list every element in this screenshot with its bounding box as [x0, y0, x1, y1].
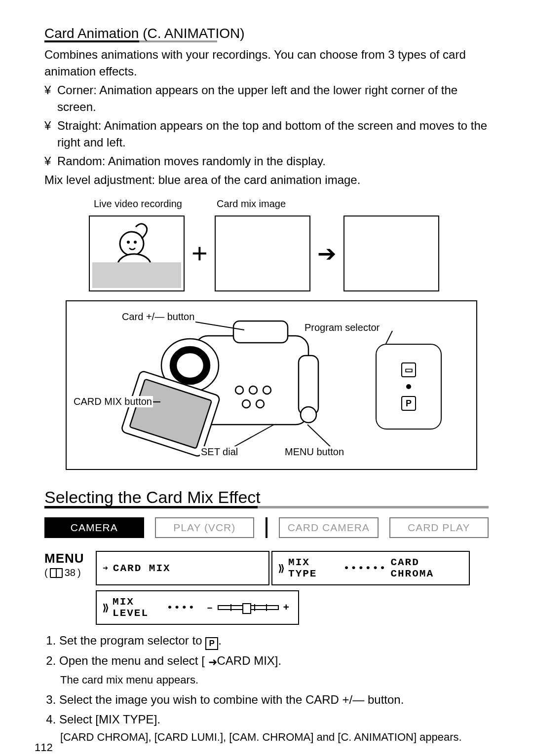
menu-box-mix-level-label: MIX LEVEL — [113, 596, 163, 619]
step-2-sub: The card mix menu appears. — [60, 671, 489, 689]
arrow-right-icon: ➜ — [208, 653, 217, 671]
selector-p-icon: P — [401, 396, 416, 411]
section-heading-select-effect: Selecting the Card Mix Effect — [44, 488, 489, 508]
step-4: Select [MIX TYPE]. [CARD CHROMA], [CARD … — [59, 711, 489, 746]
step-1-text-after: . — [218, 634, 222, 647]
step-1: Set the program selector to P. — [59, 632, 489, 650]
menu-block: MENU ( 38) ➜ CARD MIX ⟫ MIX TYPE •••••• … — [44, 551, 489, 625]
svg-line-21 — [229, 425, 274, 449]
tab-play-vcr: PLAY (VCR) — [155, 517, 255, 538]
mix-illustration-row: + ➔ — [89, 216, 489, 291]
p-mode-icon: P — [205, 637, 218, 650]
svg-rect-9 — [233, 321, 288, 343]
step-4-text: Select [MIX TYPE]. — [59, 713, 160, 726]
chevron-right-double-icon: ⟫ — [103, 602, 108, 614]
bullet-random: Random: Animation moves randomly in the … — [44, 153, 489, 170]
label-live-video: Live video recording — [94, 198, 182, 210]
mode-tabs: CAMERA PLAY (VCR) CARD CAMERA CARD PLAY — [44, 517, 489, 538]
mix-level-note: Mix level adjustment: blue area of the c… — [44, 172, 489, 188]
heading-text: Selecting the Card Mix Effect — [44, 488, 275, 507]
book-icon — [50, 568, 63, 578]
section-heading-card-animation: Card Animation (C. ANIMATION) — [44, 26, 489, 42]
menu-box-card-mix-label: CARD MIX — [113, 563, 171, 574]
menu-box-mix-type-label: MIX TYPE — [288, 557, 340, 579]
step-2-text-after: CARD MIX]. — [217, 654, 282, 667]
label-program-selector: Program selector — [304, 322, 381, 333]
camcorder-diagram: Card +/— button CARD MIX button SET dial… — [66, 300, 477, 470]
tile-card-mix-image — [215, 216, 310, 291]
menu-box-mix-type-dots: •••••• — [343, 563, 387, 574]
menu-title: MENU — [44, 551, 89, 566]
intro-paragraph: Combines animations with your recordings… — [44, 46, 489, 80]
svg-point-16 — [256, 400, 264, 408]
svg-rect-17 — [299, 356, 318, 415]
mix-level-slider-icon — [218, 605, 279, 610]
svg-point-15 — [242, 400, 250, 408]
menu-box-mix-level-dots: •••• — [167, 602, 195, 613]
tile-live-video — [89, 216, 185, 291]
selector-dot-icon — [406, 384, 411, 389]
tile-result — [343, 216, 439, 291]
arrow-right-icon: ➜ — [103, 563, 109, 574]
menu-box-mix-type: ⟫ MIX TYPE •••••• CARD CHROMA — [271, 551, 470, 585]
svg-point-8 — [176, 353, 204, 378]
label-set-dial: SET dial — [200, 446, 239, 458]
svg-line-22 — [307, 425, 333, 449]
step-3-text: Select the image you wish to combine wit… — [59, 693, 404, 706]
bullet-corner: Corner: Animation appears on the upper l… — [44, 82, 489, 115]
svg-point-14 — [263, 386, 271, 394]
label-menu-button: MENU button — [284, 446, 345, 458]
label-card-plus-minus-button: Card +/— button — [121, 311, 195, 323]
page-number: 112 — [35, 741, 53, 754]
menu-left-column: MENU ( 38) — [44, 551, 89, 578]
menu-boxes-column: ➜ CARD MIX ⟫ MIX TYPE •••••• CARD CHROMA… — [96, 551, 470, 625]
svg-point-0 — [120, 232, 144, 255]
step-2-text-before: Open the menu and select [ — [59, 654, 205, 667]
tile-labels-row: Live video recording Card mix image — [94, 198, 489, 210]
menu-box-mix-type-value: CARD CHROMA — [390, 557, 461, 579]
manual-page: Card Animation (C. ANIMATION) Combines a… — [0, 0, 533, 756]
tabs-separator — [265, 517, 268, 538]
svg-point-13 — [249, 386, 257, 394]
step-2: Open the menu and select [ ➜CARD MIX]. T… — [59, 652, 489, 689]
step-4-sub: [CARD CHROMA], [CARD LUMI.], [CAM. CHROM… — [60, 728, 489, 746]
menu-box-mix-level: ⟫ MIX LEVEL •••• – + — [96, 590, 299, 625]
chevron-right-double-icon: ⟫ — [278, 562, 283, 575]
menu-row-2: ⟫ MIX LEVEL •••• – + — [96, 590, 470, 625]
plus-icon: + — [191, 240, 208, 267]
menu-page-ref: ( 38) — [44, 567, 89, 578]
selector-auto-icon: ▭ — [401, 362, 416, 377]
menu-box-card-mix: ➜ CARD MIX — [96, 551, 269, 585]
arrow-right-icon: ➔ — [317, 242, 337, 265]
heading-text: Card Animation (C. ANIMATION) — [44, 26, 257, 41]
svg-point-18 — [301, 407, 316, 423]
program-selector-closeup: ▭ P — [376, 344, 442, 430]
label-card-mix-button: CARD MIX button — [73, 396, 153, 407]
menu-row-1: ➜ CARD MIX ⟫ MIX TYPE •••••• CARD CHROMA — [96, 551, 470, 585]
tab-card-play: CARD PLAY — [389, 517, 489, 538]
step-1-text-before: Set the program selector to — [59, 634, 205, 647]
tab-card-camera: CARD CAMERA — [279, 517, 379, 538]
instruction-steps: Set the program selector to P. Open the … — [44, 632, 489, 746]
animation-types-list: Corner: Animation appears on the upper l… — [44, 82, 489, 170]
svg-point-12 — [235, 386, 243, 394]
tab-camera: CAMERA — [44, 517, 144, 538]
step-3: Select the image you wish to combine wit… — [59, 691, 489, 709]
bullet-straight: Straight: Animation appears on the top a… — [44, 117, 489, 151]
label-card-mix-image: Card mix image — [217, 198, 286, 210]
svg-point-4 — [134, 241, 137, 244]
menu-page-number: 38 — [65, 567, 76, 578]
svg-point-3 — [127, 241, 130, 244]
